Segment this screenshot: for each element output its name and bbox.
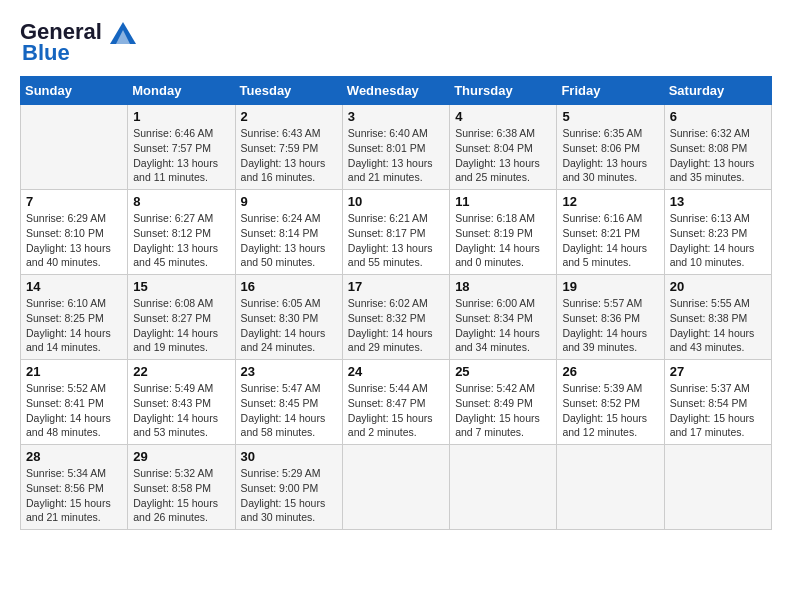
calendar-table: SundayMondayTuesdayWednesdayThursdayFrid…: [20, 76, 772, 530]
day-info: Sunrise: 6:32 AMSunset: 8:08 PMDaylight:…: [670, 126, 766, 185]
calendar-cell: [450, 445, 557, 530]
calendar-cell: 16Sunrise: 6:05 AMSunset: 8:30 PMDayligh…: [235, 275, 342, 360]
calendar-cell: 30Sunrise: 5:29 AMSunset: 9:00 PMDayligh…: [235, 445, 342, 530]
day-number: 8: [133, 194, 229, 209]
day-info: Sunrise: 6:02 AMSunset: 8:32 PMDaylight:…: [348, 296, 444, 355]
calendar-cell: 19Sunrise: 5:57 AMSunset: 8:36 PMDayligh…: [557, 275, 664, 360]
day-info: Sunrise: 6:40 AMSunset: 8:01 PMDaylight:…: [348, 126, 444, 185]
header-day-saturday: Saturday: [664, 77, 771, 105]
day-info: Sunrise: 5:29 AMSunset: 9:00 PMDaylight:…: [241, 466, 337, 525]
day-info: Sunrise: 6:21 AMSunset: 8:17 PMDaylight:…: [348, 211, 444, 270]
calendar-cell: 27Sunrise: 5:37 AMSunset: 8:54 PMDayligh…: [664, 360, 771, 445]
day-number: 12: [562, 194, 658, 209]
header-day-tuesday: Tuesday: [235, 77, 342, 105]
day-number: 9: [241, 194, 337, 209]
day-info: Sunrise: 5:57 AMSunset: 8:36 PMDaylight:…: [562, 296, 658, 355]
calendar-cell: 10Sunrise: 6:21 AMSunset: 8:17 PMDayligh…: [342, 190, 449, 275]
day-number: 2: [241, 109, 337, 124]
page-header: General Blue: [20, 20, 772, 66]
calendar-cell: [664, 445, 771, 530]
day-info: Sunrise: 6:16 AMSunset: 8:21 PMDaylight:…: [562, 211, 658, 270]
day-info: Sunrise: 6:08 AMSunset: 8:27 PMDaylight:…: [133, 296, 229, 355]
day-info: Sunrise: 6:35 AMSunset: 8:06 PMDaylight:…: [562, 126, 658, 185]
day-info: Sunrise: 6:10 AMSunset: 8:25 PMDaylight:…: [26, 296, 122, 355]
calendar-cell: 22Sunrise: 5:49 AMSunset: 8:43 PMDayligh…: [128, 360, 235, 445]
day-number: 24: [348, 364, 444, 379]
day-number: 23: [241, 364, 337, 379]
day-number: 11: [455, 194, 551, 209]
day-info: Sunrise: 5:52 AMSunset: 8:41 PMDaylight:…: [26, 381, 122, 440]
calendar-cell: 6Sunrise: 6:32 AMSunset: 8:08 PMDaylight…: [664, 105, 771, 190]
day-info: Sunrise: 5:42 AMSunset: 8:49 PMDaylight:…: [455, 381, 551, 440]
header-day-wednesday: Wednesday: [342, 77, 449, 105]
header-day-sunday: Sunday: [21, 77, 128, 105]
day-info: Sunrise: 6:05 AMSunset: 8:30 PMDaylight:…: [241, 296, 337, 355]
day-info: Sunrise: 6:43 AMSunset: 7:59 PMDaylight:…: [241, 126, 337, 185]
calendar-cell: 18Sunrise: 6:00 AMSunset: 8:34 PMDayligh…: [450, 275, 557, 360]
calendar-cell: 2Sunrise: 6:43 AMSunset: 7:59 PMDaylight…: [235, 105, 342, 190]
week-row-5: 28Sunrise: 5:34 AMSunset: 8:56 PMDayligh…: [21, 445, 772, 530]
day-number: 7: [26, 194, 122, 209]
calendar-cell: 1Sunrise: 6:46 AMSunset: 7:57 PMDaylight…: [128, 105, 235, 190]
day-number: 22: [133, 364, 229, 379]
header-row: SundayMondayTuesdayWednesdayThursdayFrid…: [21, 77, 772, 105]
day-number: 30: [241, 449, 337, 464]
day-info: Sunrise: 6:13 AMSunset: 8:23 PMDaylight:…: [670, 211, 766, 270]
day-number: 29: [133, 449, 229, 464]
day-number: 6: [670, 109, 766, 124]
calendar-cell: 9Sunrise: 6:24 AMSunset: 8:14 PMDaylight…: [235, 190, 342, 275]
day-number: 21: [26, 364, 122, 379]
day-info: Sunrise: 6:46 AMSunset: 7:57 PMDaylight:…: [133, 126, 229, 185]
header-day-thursday: Thursday: [450, 77, 557, 105]
day-info: Sunrise: 5:49 AMSunset: 8:43 PMDaylight:…: [133, 381, 229, 440]
week-row-1: 1Sunrise: 6:46 AMSunset: 7:57 PMDaylight…: [21, 105, 772, 190]
day-info: Sunrise: 5:39 AMSunset: 8:52 PMDaylight:…: [562, 381, 658, 440]
day-info: Sunrise: 6:18 AMSunset: 8:19 PMDaylight:…: [455, 211, 551, 270]
calendar-cell: 4Sunrise: 6:38 AMSunset: 8:04 PMDaylight…: [450, 105, 557, 190]
logo: General Blue: [20, 20, 136, 66]
week-row-4: 21Sunrise: 5:52 AMSunset: 8:41 PMDayligh…: [21, 360, 772, 445]
day-number: 20: [670, 279, 766, 294]
calendar-cell: 20Sunrise: 5:55 AMSunset: 8:38 PMDayligh…: [664, 275, 771, 360]
calendar-cell: 23Sunrise: 5:47 AMSunset: 8:45 PMDayligh…: [235, 360, 342, 445]
day-number: 25: [455, 364, 551, 379]
day-number: 17: [348, 279, 444, 294]
calendar-cell: 5Sunrise: 6:35 AMSunset: 8:06 PMDaylight…: [557, 105, 664, 190]
calendar-cell: 7Sunrise: 6:29 AMSunset: 8:10 PMDaylight…: [21, 190, 128, 275]
day-info: Sunrise: 6:00 AMSunset: 8:34 PMDaylight:…: [455, 296, 551, 355]
day-info: Sunrise: 5:55 AMSunset: 8:38 PMDaylight:…: [670, 296, 766, 355]
day-number: 26: [562, 364, 658, 379]
calendar-cell: 29Sunrise: 5:32 AMSunset: 8:58 PMDayligh…: [128, 445, 235, 530]
day-number: 16: [241, 279, 337, 294]
week-row-3: 14Sunrise: 6:10 AMSunset: 8:25 PMDayligh…: [21, 275, 772, 360]
calendar-cell: 21Sunrise: 5:52 AMSunset: 8:41 PMDayligh…: [21, 360, 128, 445]
calendar-cell: 11Sunrise: 6:18 AMSunset: 8:19 PMDayligh…: [450, 190, 557, 275]
day-info: Sunrise: 5:44 AMSunset: 8:47 PMDaylight:…: [348, 381, 444, 440]
day-number: 27: [670, 364, 766, 379]
calendar-cell: 25Sunrise: 5:42 AMSunset: 8:49 PMDayligh…: [450, 360, 557, 445]
day-number: 19: [562, 279, 658, 294]
day-number: 14: [26, 279, 122, 294]
header-day-monday: Monday: [128, 77, 235, 105]
calendar-cell: 12Sunrise: 6:16 AMSunset: 8:21 PMDayligh…: [557, 190, 664, 275]
day-number: 5: [562, 109, 658, 124]
calendar-cell: 13Sunrise: 6:13 AMSunset: 8:23 PMDayligh…: [664, 190, 771, 275]
calendar-cell: [342, 445, 449, 530]
day-number: 18: [455, 279, 551, 294]
day-number: 3: [348, 109, 444, 124]
day-number: 13: [670, 194, 766, 209]
day-info: Sunrise: 5:34 AMSunset: 8:56 PMDaylight:…: [26, 466, 122, 525]
calendar-cell: [557, 445, 664, 530]
day-info: Sunrise: 5:37 AMSunset: 8:54 PMDaylight:…: [670, 381, 766, 440]
day-info: Sunrise: 6:24 AMSunset: 8:14 PMDaylight:…: [241, 211, 337, 270]
day-number: 4: [455, 109, 551, 124]
calendar-cell: 24Sunrise: 5:44 AMSunset: 8:47 PMDayligh…: [342, 360, 449, 445]
calendar-cell: 28Sunrise: 5:34 AMSunset: 8:56 PMDayligh…: [21, 445, 128, 530]
week-row-2: 7Sunrise: 6:29 AMSunset: 8:10 PMDaylight…: [21, 190, 772, 275]
calendar-cell: 17Sunrise: 6:02 AMSunset: 8:32 PMDayligh…: [342, 275, 449, 360]
calendar-cell: 26Sunrise: 5:39 AMSunset: 8:52 PMDayligh…: [557, 360, 664, 445]
day-number: 15: [133, 279, 229, 294]
calendar-cell: [21, 105, 128, 190]
day-number: 1: [133, 109, 229, 124]
calendar-cell: 8Sunrise: 6:27 AMSunset: 8:12 PMDaylight…: [128, 190, 235, 275]
